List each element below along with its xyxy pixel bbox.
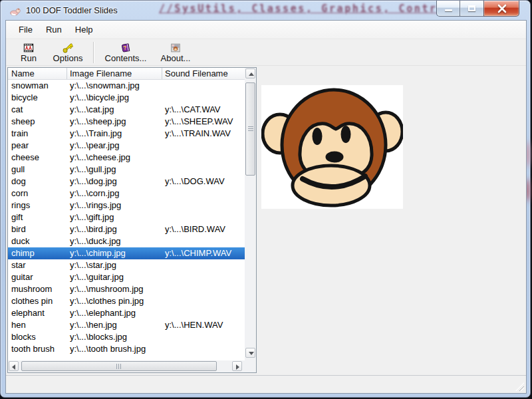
cell-c1: snowman: [8, 80, 67, 92]
picture-icon: [169, 42, 182, 54]
cell-c3: [162, 343, 241, 355]
cell-c2: y:\...\tooth brush.jpg: [67, 343, 162, 355]
cell-c3: [162, 164, 241, 176]
status-bar: [6, 375, 526, 393]
table-row[interactable]: clothes piny:\...\clothes pin.jpg: [8, 295, 245, 307]
table-row[interactable]: dogy:\...\dog.jpgy:\...\DOG.WAV: [8, 176, 245, 188]
table-row[interactable]: trainy:\...\Train.jpgy:\...\TRAIN.WAV: [8, 128, 245, 140]
cell-c1: duck: [8, 235, 67, 247]
menu-file[interactable]: File: [12, 23, 39, 37]
cell-c2: y:\...\clothes pin.jpg: [67, 295, 162, 307]
cell-c1: chimp: [8, 247, 67, 259]
window-controls: [436, 1, 519, 17]
table-row[interactable]: ducky:\...\duck.jpg: [8, 235, 245, 247]
options-button[interactable]: Options: [46, 40, 90, 65]
table-row[interactable]: gifty:\...\gift.jpg: [8, 211, 245, 223]
slides-list: Name Image Filename Sound Filename snowm…: [7, 67, 257, 373]
cell-c1: blocks: [8, 331, 67, 343]
client-area: File Run Help: [6, 21, 526, 393]
cell-c2: y:\...\sheep.jpg: [67, 116, 162, 128]
cell-c3: [162, 271, 241, 283]
cell-c2: y:\...\gull.jpg: [67, 164, 162, 176]
table-row[interactable]: caty:\...\cat.jpgy:\...\CAT.WAV: [8, 104, 245, 116]
horizontal-scrollbar[interactable]: [8, 360, 245, 372]
cell-c3: [162, 259, 241, 271]
resize-grip[interactable]: [515, 382, 524, 391]
app-window: //SysUtils, Classes, Graphics, Contr 100…: [0, 0, 531, 398]
menu-bar: File Run Help: [6, 21, 526, 39]
minimize-button[interactable]: [436, 1, 460, 17]
table-row[interactable]: chimpy:\...\chimp.jpgy:\...\CHIMP.WAV: [8, 247, 245, 259]
table-row[interactable]: heny:\...\hen.jpgy:\...\HEN.WAV: [8, 319, 245, 331]
triangle-down-icon: [249, 352, 254, 355]
about-button[interactable]: About...: [154, 40, 197, 65]
scroll-left-button[interactable]: [9, 361, 19, 371]
vertical-scrollbar[interactable]: [245, 68, 256, 360]
cell-c2: y:\...\cheese.jpg: [67, 152, 162, 164]
cell-c1: bicycle: [8, 92, 67, 104]
cell-c2: y:\...\star.jpg: [67, 259, 162, 271]
table-row[interactable]: ringsy:\...\rings.jpg: [8, 200, 245, 211]
cell-c2: y:\...\guitar.jpg: [67, 271, 162, 283]
cell-c2: y:\...\dog.jpg: [67, 176, 162, 188]
table-row[interactable]: cheesey:\...\cheese.jpg: [8, 152, 245, 164]
cell-c3: [162, 331, 241, 343]
table-row[interactable]: blocksy:\...\blocks.jpg: [8, 331, 245, 343]
cell-c3: y:\...\SHEEP.WAV: [162, 116, 241, 128]
triangle-right-icon: [236, 364, 239, 370]
cell-c3: y:\...\DOG.WAV: [162, 176, 241, 188]
options-button-label: Options: [53, 54, 83, 63]
table-row[interactable]: sheepy:\...\sheep.jpgy:\...\SHEEP.WAV: [8, 116, 245, 128]
cell-c1: guitar: [8, 271, 67, 283]
table-row[interactable]: mushroomy:\...\mushroom.jpg: [8, 283, 245, 295]
cell-c1: tooth brush: [8, 343, 67, 355]
cell-c2: y:\...\hen.jpg: [67, 319, 162, 331]
table-row[interactable]: guitary:\...\guitar.jpg: [8, 271, 245, 283]
table-row[interactable]: corny:\...\corn.jpg: [8, 188, 245, 200]
run-button[interactable]: Run: [11, 40, 46, 65]
table-row[interactable]: stary:\...\star.jpg: [8, 259, 245, 271]
table-row[interactable]: gully:\...\gull.jpg: [8, 164, 245, 176]
close-icon: [497, 3, 507, 14]
column-header-image-filename[interactable]: Image Filename: [67, 68, 162, 79]
cell-c1: cat: [8, 104, 67, 116]
table-row[interactable]: bicycley:\...\bicycle.jpg: [8, 92, 245, 104]
horizontal-scrollbar-thumb[interactable]: [21, 361, 217, 371]
table-row[interactable]: birdy:\...\bird.jpgy:\...\BIRD.WAV: [8, 223, 245, 235]
menu-help[interactable]: Help: [68, 23, 100, 37]
cell-c1: bird: [8, 223, 67, 235]
cell-c3: [162, 283, 241, 295]
scroll-up-button[interactable]: [245, 68, 255, 78]
vertical-scrollbar-thumb[interactable]: [245, 82, 255, 176]
table-row[interactable]: elephanty:\...\elephant.jpg: [8, 307, 245, 319]
cell-c2: y:\...\blocks.jpg: [67, 331, 162, 343]
scroll-right-button[interactable]: [232, 361, 242, 371]
table-row[interactable]: snowmany:\...\snowman.jpg: [8, 80, 245, 92]
cell-c3: [162, 80, 241, 92]
cell-c1: corn: [8, 188, 67, 200]
contents-button-label: Contents...: [105, 54, 147, 63]
close-button[interactable]: [483, 1, 519, 17]
contents-button[interactable]: ? Contents...: [97, 40, 154, 65]
cell-c3: y:\...\HEN.WAV: [162, 319, 241, 331]
cell-c2: y:\...\corn.jpg: [67, 188, 162, 200]
title-bar[interactable]: 100 DOF Toddler Slides: [1, 1, 530, 21]
cell-c3: [162, 211, 241, 223]
menu-run[interactable]: Run: [39, 23, 68, 37]
column-header-sound-filename[interactable]: Sound Filename: [162, 68, 245, 79]
maximize-button[interactable]: [460, 1, 483, 17]
cell-c2: y:\...\bicycle.jpg: [67, 92, 162, 104]
cell-c2: y:\...\duck.jpg: [67, 235, 162, 247]
cell-c2: y:\...\pear.jpg: [67, 140, 162, 152]
scroll-down-button[interactable]: [245, 348, 255, 358]
table-row[interactable]: peary:\...\pear.jpg: [8, 140, 245, 152]
cell-c3: [162, 188, 241, 200]
table-row[interactable]: tooth brushy:\...\tooth brush.jpg: [8, 343, 245, 355]
cell-c1: gift: [8, 211, 67, 223]
triangle-left-icon: [12, 364, 15, 370]
cell-c2: y:\...\snowman.jpg: [67, 80, 162, 92]
cell-c3: [162, 295, 241, 307]
cell-c3: y:\...\TRAIN.WAV: [162, 128, 241, 140]
column-header-name[interactable]: Name: [8, 68, 67, 79]
cell-c3: [162, 152, 241, 164]
